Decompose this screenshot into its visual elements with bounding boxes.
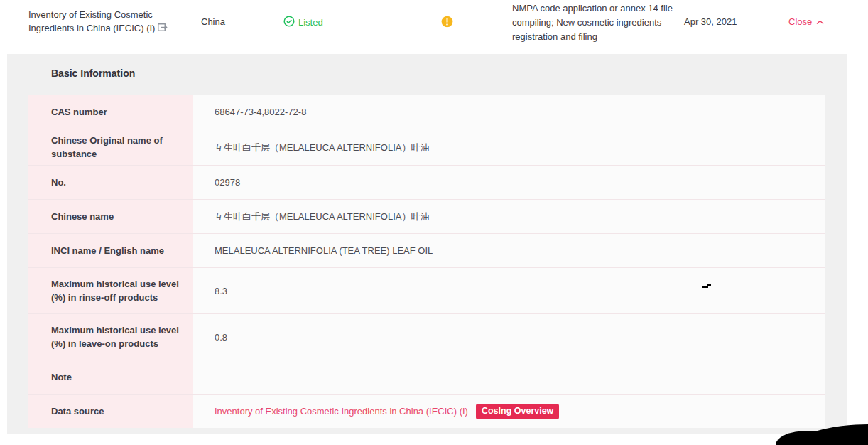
row-label: INCI name / English name bbox=[28, 233, 193, 267]
close-button[interactable]: Close bbox=[788, 16, 824, 27]
row-label: Chinese name bbox=[28, 199, 193, 233]
inventory-title-link[interactable]: Inventory of Existing Cosmetic Ingredien… bbox=[28, 8, 170, 36]
cursor-mark bbox=[702, 283, 713, 289]
warning-icon[interactable] bbox=[441, 16, 453, 31]
data-source-link[interactable]: Inventory of Existing Cosmetic Ingredien… bbox=[215, 404, 468, 418]
row-label: CAS number bbox=[28, 95, 193, 129]
row-value: Inventory of Existing Cosmetic Ingredien… bbox=[193, 394, 825, 428]
row-value: 0.8 bbox=[193, 313, 825, 360]
row-value: 互生叶白千层（MELALEUCA ALTERNIFOLIA）叶油 bbox=[193, 199, 825, 233]
row-label: Maximum historical use level (%) in leav… bbox=[28, 313, 193, 360]
row-label: No. bbox=[28, 165, 193, 199]
row-value: 68647-73-4,8022-72-8 bbox=[193, 95, 825, 129]
row-value: 02978 bbox=[193, 165, 825, 199]
row-value: 互生叶白千层（MELALEUCA ALTERNIFOLIA）叶油 bbox=[193, 129, 825, 165]
table-row-note: Note bbox=[28, 360, 825, 394]
table-row-max-rinse-off: Maximum historical use level (%) in rins… bbox=[28, 267, 825, 313]
regulation-list-row: Inventory of Existing Cosmetic Ingredien… bbox=[0, 0, 868, 50]
panel-title: Basic Information bbox=[51, 68, 135, 79]
basic-information-table: CAS number 68647-73-4,8022-72-8 Chinese … bbox=[28, 95, 825, 428]
row-label: Note bbox=[28, 360, 193, 394]
status-badge: Listed bbox=[283, 16, 323, 29]
row-value bbox=[193, 360, 825, 394]
detail-panel: Basic Information CAS number 68647-73-4,… bbox=[7, 54, 847, 434]
row-value: 8.3 bbox=[193, 267, 825, 313]
table-row-data-source: Data source Inventory of Existing Cosmet… bbox=[28, 394, 825, 428]
row-label: Data source bbox=[28, 394, 193, 428]
status-label: Listed bbox=[298, 17, 323, 28]
row-label: Maximum historical use level (%) in rins… bbox=[28, 267, 193, 313]
table-row-chinese-name: Chinese name 互生叶白千层（MELALEUCA ALTERNIFOL… bbox=[28, 199, 825, 233]
region-label: China bbox=[201, 16, 225, 27]
row-value: MELALEUCA ALTERNIFOLIA (TEA TREE) LEAF O… bbox=[193, 233, 825, 267]
date-label: Apr 30, 2021 bbox=[684, 16, 737, 27]
inventory-title-text: Inventory of Existing Cosmetic Ingredien… bbox=[28, 9, 155, 33]
usage-text: NMPA code application or annex 14 file c… bbox=[512, 1, 681, 44]
table-row-cas-number: CAS number 68647-73-4,8022-72-8 bbox=[28, 95, 825, 129]
cosing-overview-badge[interactable]: CosIng Overview bbox=[476, 404, 559, 419]
external-link-icon[interactable] bbox=[158, 22, 168, 36]
check-circle-icon bbox=[283, 16, 295, 29]
row-label: Chinese Original name of substance bbox=[28, 129, 193, 165]
close-label: Close bbox=[788, 16, 812, 27]
table-row-inci-name: INCI name / English name MELALEUCA ALTER… bbox=[28, 233, 825, 267]
chevron-up-icon bbox=[816, 16, 824, 27]
table-row-chinese-original-name: Chinese Original name of substance 互生叶白千… bbox=[28, 129, 825, 165]
table-row-no: No. 02978 bbox=[28, 165, 825, 199]
table-row-max-leave-on: Maximum historical use level (%) in leav… bbox=[28, 313, 825, 360]
